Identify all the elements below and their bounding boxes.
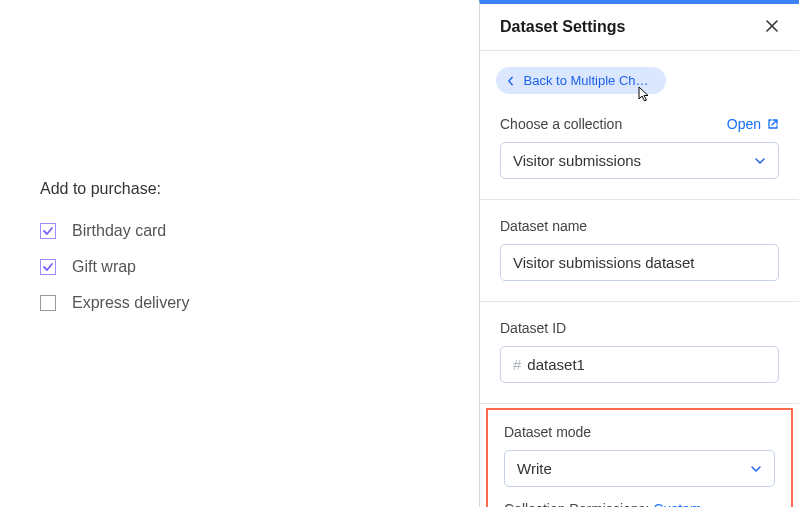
dataset-id-input[interactable] — [527, 356, 766, 373]
dataset-name-label: Dataset name — [500, 218, 779, 234]
section-collection: Choose a collection Open Visitor submiss… — [480, 94, 799, 200]
checkbox-label: Express delivery — [72, 294, 189, 312]
checkbox-unchecked-icon — [40, 295, 56, 311]
dataset-name-input[interactable] — [500, 244, 779, 281]
permissions-label: Collection Permissions: — [504, 501, 650, 507]
chevron-down-icon — [750, 463, 762, 475]
section-dataset-name: Dataset name — [480, 200, 799, 302]
collection-select[interactable]: Visitor submissions — [500, 142, 779, 179]
dataset-mode-select[interactable]: Write — [504, 450, 775, 487]
panel-header: Dataset Settings — [480, 4, 799, 51]
permissions-row: Collection Permissions: Custom — [504, 501, 775, 507]
section-dataset-id: Dataset ID # — [480, 302, 799, 404]
permissions-link[interactable]: Custom — [653, 501, 701, 507]
checkbox-option[interactable]: Gift wrap — [40, 258, 439, 276]
checkbox-checked-icon — [40, 223, 56, 239]
collection-value: Visitor submissions — [513, 152, 641, 169]
checkbox-checked-icon — [40, 259, 56, 275]
back-label: Back to Multiple Choi… — [524, 73, 652, 88]
open-collection-link[interactable]: Open — [727, 116, 779, 132]
panel-body: Back to Multiple Choi… Choose a collecti… — [480, 51, 799, 507]
open-link-text: Open — [727, 116, 761, 132]
collection-label: Choose a collection — [500, 116, 622, 132]
checkbox-option[interactable]: Express delivery — [40, 294, 439, 312]
external-link-icon — [767, 118, 779, 130]
close-button[interactable] — [765, 18, 779, 36]
checkbox-label: Gift wrap — [72, 258, 136, 276]
chevron-left-icon — [506, 76, 516, 86]
settings-panel: Dataset Settings Back to Multiple Choi… … — [479, 0, 799, 507]
checkbox-label: Birthday card — [72, 222, 166, 240]
dataset-id-label: Dataset ID — [500, 320, 779, 336]
hash-prefix: # — [513, 356, 521, 373]
checkbox-group-title: Add to purchase: — [40, 180, 439, 198]
canvas-content: Add to purchase: Birthday card Gift wrap… — [0, 0, 479, 507]
panel-title: Dataset Settings — [500, 18, 625, 36]
dataset-id-input-wrap[interactable]: # — [500, 346, 779, 383]
field-label-row: Choose a collection Open — [500, 116, 779, 132]
chevron-down-icon — [754, 155, 766, 167]
cursor-icon — [636, 86, 652, 108]
section-dataset-mode: Dataset mode Write Collection Permission… — [486, 408, 793, 507]
checkbox-option[interactable]: Birthday card — [40, 222, 439, 240]
dataset-mode-value: Write — [517, 460, 552, 477]
dataset-mode-label: Dataset mode — [504, 424, 775, 440]
